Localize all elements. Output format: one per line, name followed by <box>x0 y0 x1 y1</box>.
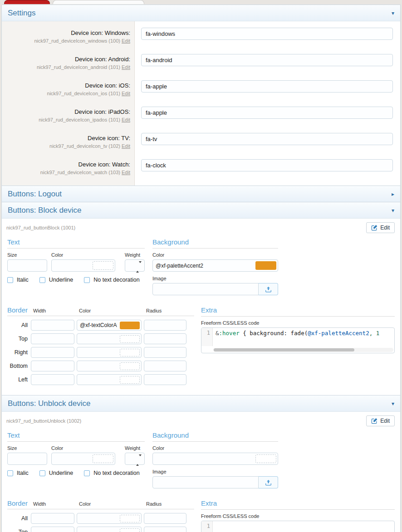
field-edit-link[interactable]: Edit <box>122 117 130 122</box>
border-radius-input[interactable] <box>144 374 186 385</box>
border-color-field[interactable] <box>77 527 142 532</box>
border-radius-input[interactable] <box>144 333 186 344</box>
border-radius-input[interactable] <box>144 361 186 371</box>
border-color-field[interactable] <box>77 361 142 371</box>
border-radius-input[interactable] <box>144 527 186 532</box>
color-swatch-empty[interactable] <box>255 454 276 463</box>
border-color-input[interactable] <box>77 322 120 328</box>
color-swatch-empty[interactable] <box>120 362 140 370</box>
editor-code-line[interactable] <box>213 521 394 532</box>
upload-button[interactable] <box>258 283 278 295</box>
no-text-decoration-checkbox[interactable]: No text decoration <box>84 277 139 283</box>
css-code-editor[interactable]: 1 &:hover { background: fade(@xf-palette… <box>201 327 395 353</box>
border-width-input[interactable] <box>31 347 74 358</box>
edit-button-label: Edit <box>380 225 390 231</box>
chevron-right-icon: ▸ <box>392 191 394 197</box>
edit-button[interactable]: Edit <box>366 222 395 233</box>
border-width-input[interactable] <box>31 374 74 385</box>
field-edit-link[interactable]: Edit <box>122 170 130 175</box>
weight-select[interactable] <box>125 453 145 465</box>
border-radius-input[interactable] <box>144 513 186 524</box>
text-group: Text Size Color Weight <box>7 238 145 299</box>
color-swatch-orange[interactable] <box>120 322 140 329</box>
scrollbar-thumb[interactable] <box>214 348 354 351</box>
background-image-input[interactable] <box>152 283 259 295</box>
border-width-input[interactable] <box>31 513 74 524</box>
weight-select[interactable] <box>125 259 145 272</box>
field-meta-text: nick97_rud_deviceIcon_tv (102) <box>49 143 120 149</box>
text-color-field[interactable] <box>51 259 115 272</box>
border-width-input[interactable] <box>31 527 74 532</box>
css-code-editor[interactable]: 1 <box>201 521 395 532</box>
field-edit-link[interactable]: Edit <box>122 143 130 149</box>
border-color-field[interactable] <box>77 320 142 331</box>
spinner-arrows-icon <box>136 456 142 464</box>
border-width-input[interactable] <box>31 320 74 331</box>
width-label: Width <box>33 308 79 313</box>
underline-checkbox[interactable]: Underline <box>39 470 74 476</box>
border-color-input[interactable] <box>77 515 120 522</box>
color-swatch-empty[interactable] <box>120 349 140 356</box>
border-group-header: Border Width Color Radius <box>7 499 194 509</box>
border-group-heading: Border <box>7 306 33 314</box>
text-size-input[interactable] <box>7 259 47 272</box>
border-width-input[interactable] <box>31 333 74 344</box>
border-color-input[interactable] <box>77 336 120 342</box>
edit-button-label: Edit <box>380 418 390 424</box>
background-color-field[interactable] <box>152 453 278 465</box>
upload-button[interactable] <box>258 476 278 488</box>
border-radius-input[interactable] <box>144 320 186 331</box>
device-icon-ios-input[interactable] <box>141 80 393 93</box>
border-color-input[interactable] <box>77 376 120 383</box>
weight-label: Weight <box>125 252 145 258</box>
border-color-field[interactable] <box>77 347 142 358</box>
no-text-decoration-checkbox[interactable]: No text decoration <box>84 470 139 476</box>
editor-horizontal-scrollbar[interactable] <box>213 348 393 352</box>
edit-button[interactable]: Edit <box>366 415 395 426</box>
text-color-input[interactable] <box>52 263 93 269</box>
device-icon-android-input[interactable] <box>141 54 393 66</box>
text-color-field[interactable] <box>51 453 115 465</box>
italic-checkbox[interactable]: Italic <box>7 277 29 283</box>
device-icon-ipados-input[interactable] <box>141 107 393 119</box>
field-edit-link[interactable]: Edit <box>122 38 130 44</box>
background-color-input[interactable] <box>153 263 255 269</box>
browser-tab-active[interactable] <box>4 0 50 4</box>
section-header-buttons-block[interactable]: Buttons: Block device ▾ <box>2 202 400 218</box>
background-color-field[interactable] <box>152 259 278 272</box>
color-swatch-empty[interactable] <box>120 335 140 343</box>
border-color-input[interactable] <box>77 363 120 369</box>
border-radius-input[interactable] <box>144 347 186 358</box>
border-color-field[interactable] <box>77 374 142 385</box>
device-icon-tv-input[interactable] <box>141 133 393 145</box>
color-swatch-empty[interactable] <box>93 454 113 463</box>
border-color-input[interactable] <box>77 529 120 532</box>
color-swatch-empty[interactable] <box>120 515 140 522</box>
section-header-settings[interactable]: Settings ▾ <box>2 5 400 21</box>
settings-row-ios: Device icon: iOS: nick97_rud_deviceIcon_… <box>2 77 400 103</box>
color-swatch-orange[interactable] <box>255 261 276 270</box>
color-swatch-empty[interactable] <box>120 528 140 532</box>
editor-code-line[interactable]: &:hover { background: fade(@xf-paletteAc… <box>213 328 394 346</box>
section-header-buttons-unblock[interactable]: Buttons: Unblock device ▾ <box>2 395 400 411</box>
browser-tab-inactive[interactable] <box>53 0 144 4</box>
field-edit-link[interactable]: Edit <box>122 64 130 70</box>
section-header-buttons-logout[interactable]: Buttons: Logout ▸ <box>2 185 400 202</box>
text-size-input[interactable] <box>7 453 47 465</box>
border-color-field[interactable] <box>77 513 142 524</box>
border-width-input[interactable] <box>31 361 74 371</box>
device-icon-watch-input[interactable] <box>141 159 393 171</box>
device-icon-windows-input[interactable] <box>141 28 393 40</box>
radius-label: Radius <box>146 308 162 313</box>
color-swatch-empty[interactable] <box>120 376 140 384</box>
italic-checkbox[interactable]: Italic <box>7 470 29 476</box>
background-image-input[interactable] <box>152 476 259 488</box>
underline-checkbox[interactable]: Underline <box>39 277 74 283</box>
color-swatch-empty[interactable] <box>93 261 113 270</box>
image-label: Image <box>152 469 278 474</box>
border-color-input[interactable] <box>77 349 120 356</box>
border-color-field[interactable] <box>77 333 142 344</box>
background-color-input[interactable] <box>153 456 255 462</box>
field-edit-link[interactable]: Edit <box>122 91 130 96</box>
text-color-input[interactable] <box>52 456 93 462</box>
